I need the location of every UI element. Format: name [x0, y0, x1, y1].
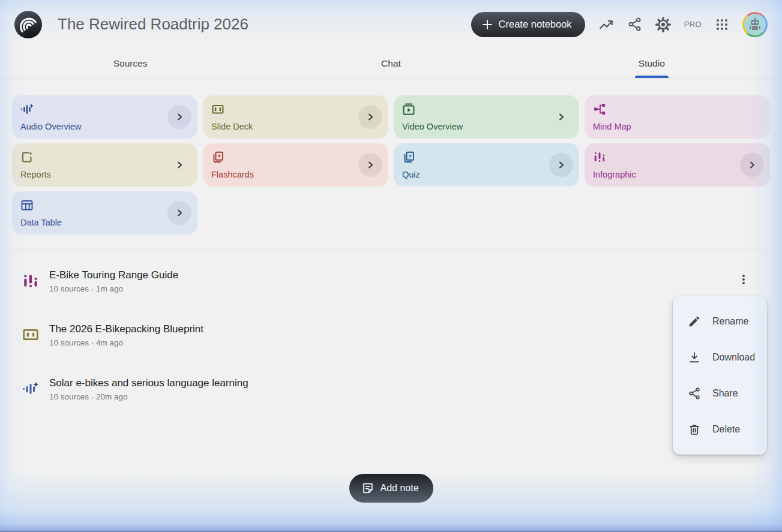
analytics-button[interactable]: [598, 17, 614, 32]
tool-card-data-table[interactable]: Data Table: [12, 191, 197, 235]
artifact-row-slide-deck[interactable]: The 2026 E-Bikepacking Blueprint 10 sour…: [12, 320, 770, 355]
notebooklm-logo[interactable]: [14, 11, 42, 38]
artifact-context-menu: Rename Download Share: [673, 296, 767, 455]
tool-card-reports[interactable]: Reports: [12, 143, 197, 187]
apps-grid-icon: [715, 17, 729, 32]
menu-item-rename[interactable]: Rename: [673, 303, 767, 339]
app-header: The Rewired Roadtrip 2026 Create noteboo…: [0, 0, 782, 49]
menu-item-label: Rename: [712, 316, 748, 327]
artifact-meta: 10 sources · 1m ago: [49, 284, 178, 293]
menu-item-label: Share: [712, 388, 738, 399]
note-icon: [361, 482, 374, 495]
notebooklm-arcs-icon: [14, 11, 42, 38]
tool-label: Flashcards: [211, 170, 254, 179]
tool-label: Mind Map: [593, 122, 631, 131]
chevron-right-icon[interactable]: [358, 105, 382, 129]
notebooklm-studio-page: The Rewired Roadtrip 2026 Create noteboo…: [0, 0, 782, 532]
share-icon: [688, 387, 701, 400]
tab-bar: Sources Chat Studio: [0, 49, 782, 79]
user-avatar[interactable]: [742, 12, 768, 37]
share-notebook-button[interactable]: [627, 17, 642, 32]
artifact-title[interactable]: The 2026 E-Bikepacking Blueprint: [49, 323, 203, 335]
tool-card-slide-deck[interactable]: Slide Deck: [203, 95, 388, 139]
tool-label: Infographic: [593, 170, 636, 179]
tool-label: Audio Overview: [20, 122, 82, 131]
notebook-title[interactable]: The Rewired Roadtrip 2026: [58, 15, 248, 34]
add-note-button[interactable]: Add note: [349, 474, 433, 503]
download-icon: [688, 351, 701, 364]
tool-card-video-overview[interactable]: Video Overview: [394, 95, 579, 139]
menu-item-delete[interactable]: Delete: [673, 411, 767, 447]
artifact-row-audio[interactable]: Solar e-bikes and serious language learn…: [12, 374, 770, 409]
tool-label: Video Overview: [402, 122, 463, 131]
mind-map-icon: [593, 103, 606, 116]
svg-text:?: ?: [408, 153, 412, 160]
pro-badge: PRO: [684, 20, 702, 29]
chevron-right-icon[interactable]: [358, 153, 382, 177]
chevron-right-icon[interactable]: [549, 153, 573, 177]
tool-label: Quiz: [402, 170, 420, 179]
audio-waveform-sparkle-icon: [20, 103, 34, 116]
pencil-icon: [688, 315, 701, 328]
slide-deck-icon: [211, 103, 224, 116]
tab-sources[interactable]: Sources: [0, 49, 260, 78]
menu-item-download[interactable]: Download: [673, 339, 767, 375]
artifact-title[interactable]: Solar e-bikes and serious language learn…: [49, 377, 248, 389]
data-table-icon: [20, 199, 34, 212]
audio-waveform-sparkle-icon: [22, 380, 39, 397]
google-apps-button[interactable]: [715, 17, 729, 32]
artifact-meta: 10 sources · 4m ago: [49, 338, 203, 347]
artifact-row-infographic[interactable]: E-Bike Touring Range Guide 10 sources · …: [12, 266, 770, 301]
create-notebook-label: Create notebook: [499, 19, 572, 30]
trending-up-icon: [598, 17, 614, 32]
infographic-bars-icon: [593, 151, 606, 164]
flashcards-star-icon: [211, 151, 224, 164]
chevron-right-icon[interactable]: [740, 153, 764, 177]
tool-card-quiz[interactable]: ? Quiz: [394, 143, 579, 187]
chevron-right-icon[interactable]: [167, 201, 191, 225]
add-note-label: Add note: [380, 483, 418, 494]
chevron-right-icon[interactable]: [549, 105, 573, 129]
artifact-more-options-button[interactable]: [735, 271, 752, 288]
create-notebook-button[interactable]: Create notebook: [471, 12, 585, 37]
slide-frame-icon: [22, 326, 39, 343]
share-icon: [627, 17, 642, 32]
tab-studio[interactable]: Studio: [522, 49, 782, 78]
kebab-menu-icon: [738, 273, 750, 285]
menu-item-label: Download: [712, 352, 755, 363]
artifact-title[interactable]: E-Bike Touring Range Guide: [49, 269, 178, 281]
trash-icon: [688, 423, 701, 436]
tool-card-audio-overview[interactable]: Audio Overview: [12, 95, 197, 139]
studio-tools-grid: Audio Overview Slide Deck Video Overvi: [0, 79, 782, 235]
chevron-right-icon[interactable]: [167, 153, 191, 177]
menu-item-share[interactable]: Share: [673, 375, 767, 411]
settings-button[interactable]: [655, 17, 671, 32]
tool-label: Data Table: [20, 218, 62, 227]
tool-label: Slide Deck: [211, 122, 253, 131]
artifact-meta: 10 sources · 20m ago: [49, 392, 248, 401]
tab-chat[interactable]: Chat: [260, 49, 521, 78]
tool-label: Reports: [20, 170, 51, 179]
plus-icon: [482, 19, 493, 30]
settings-gear-icon: [655, 17, 671, 32]
avatar-robot-image: [744, 14, 766, 35]
menu-item-label: Delete: [712, 424, 740, 435]
chevron-right-icon[interactable]: [167, 105, 191, 129]
header-actions: Create notebook: [471, 12, 768, 37]
video-overview-icon: [402, 103, 415, 116]
quiz-cards-icon: ?: [402, 151, 415, 164]
tool-card-infographic[interactable]: Infographic: [585, 143, 770, 187]
tool-card-mind-map[interactable]: Mind Map: [585, 95, 770, 139]
studio-artifacts-list: E-Bike Touring Range Guide 10 sources · …: [0, 250, 782, 409]
report-sparkle-icon: [20, 151, 34, 164]
infographic-bars-icon: [22, 272, 39, 289]
tool-card-flashcards[interactable]: Flashcards: [203, 143, 388, 187]
